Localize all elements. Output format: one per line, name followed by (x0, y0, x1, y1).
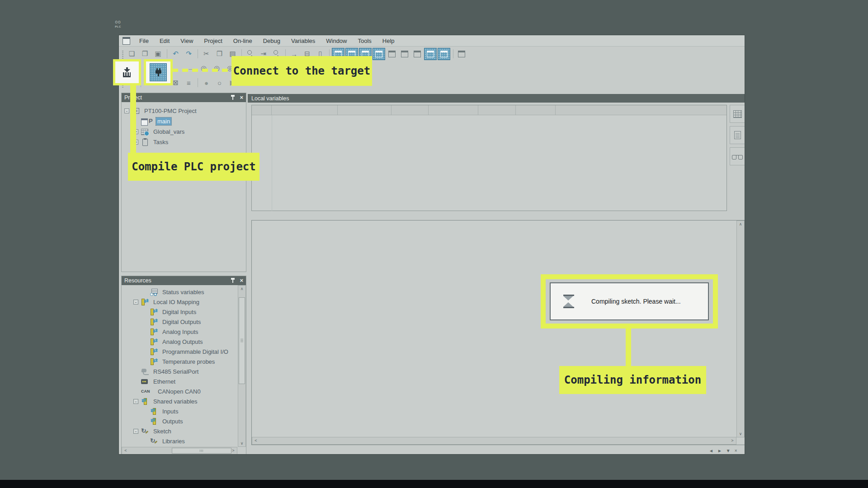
tree-label: Libraries (161, 437, 186, 445)
tree-item[interactable]: - Sketch (122, 426, 237, 436)
tree-item[interactable]: Outputs (122, 416, 237, 426)
toolbar-button[interactable]: ▣ (152, 48, 164, 60)
toolbar-button[interactable]: ◎ (211, 63, 223, 74)
scroll-right-icon[interactable]: > (230, 447, 237, 454)
grid-body[interactable] (252, 115, 726, 211)
scrollbar-thumb[interactable] (239, 297, 245, 384)
tree-item[interactable]: + Global_vars (122, 127, 246, 137)
menu-item[interactable]: Variables (286, 36, 321, 46)
editor-horizontal-scrollbar[interactable]: < > (252, 437, 736, 445)
scroll-left-icon[interactable]: < (122, 447, 129, 454)
tree-expander[interactable]: - (133, 300, 138, 305)
toolbar-button[interactable] (411, 48, 423, 60)
scroll-down-icon[interactable]: ∨ (737, 431, 744, 437)
pin-icon[interactable] (231, 95, 235, 100)
view-button[interactable] (730, 105, 745, 123)
column-header[interactable] (429, 105, 478, 115)
menu-item[interactable]: Edit (154, 36, 175, 46)
tab-next-icon[interactable]: ► (717, 448, 722, 453)
menu-item[interactable]: Window (321, 36, 352, 46)
toolbar-button[interactable] (399, 48, 410, 60)
editor-vertical-scrollbar[interactable]: ∧ ∨ (736, 221, 745, 437)
tree-item[interactable]: Temperature probes (122, 357, 237, 366)
menu-item[interactable]: File (134, 36, 154, 46)
toolbar-button[interactable]: ❒ (213, 48, 226, 60)
toolbar-button[interactable]: ✂ (200, 48, 212, 60)
view-button[interactable] (730, 147, 745, 165)
tree-item[interactable]: RS485 SerialPort (122, 366, 237, 376)
tree-expander[interactable]: - (124, 108, 129, 113)
tree-item[interactable]: Digital Outputs (122, 317, 237, 327)
toolbar-button[interactable] (456, 48, 467, 60)
column-header[interactable] (556, 105, 726, 115)
resources-horizontal-scrollbar[interactable]: < > (122, 447, 237, 454)
project-panel: Project × - PT100-PMC Project main + (121, 93, 246, 272)
tree-item[interactable]: Analog Outputs (122, 337, 237, 347)
tab-prev-icon[interactable]: ◄ (709, 448, 713, 453)
column-header[interactable] (338, 105, 392, 115)
tree-item[interactable]: Ethernet (122, 376, 237, 386)
column-header[interactable] (516, 105, 556, 115)
scroll-up-icon[interactable]: ∧ (238, 286, 245, 292)
menu-item[interactable]: Tools (353, 36, 377, 46)
toolbar-button[interactable] (196, 77, 199, 89)
toolbar-button[interactable] (373, 48, 385, 60)
toolbar-button[interactable]: ○ (213, 77, 226, 89)
menu-item[interactable]: Project (198, 36, 227, 46)
tree-item[interactable]: Digital Inputs (122, 307, 237, 317)
tree-expander[interactable]: - (133, 399, 138, 404)
tree-item[interactable]: CANopen CAN0 (122, 386, 237, 396)
column-header[interactable] (272, 105, 338, 115)
column-header[interactable] (252, 105, 272, 115)
tree-item[interactable]: Libraries (122, 436, 237, 446)
code-editor[interactable]: ∧ ∨ < > (251, 220, 745, 445)
close-icon[interactable]: × (240, 95, 243, 100)
view-icon (734, 131, 741, 139)
panel-title: Resources (124, 277, 231, 284)
scroll-down-icon[interactable]: ∨ (238, 440, 245, 446)
toolbar-button[interactable]: – (184, 63, 197, 74)
tree-item[interactable]: Programmable Digital I/O (122, 347, 237, 357)
compile-button[interactable] (113, 59, 141, 85)
menu-item[interactable]: View (175, 36, 198, 46)
pin-icon[interactable] (231, 278, 235, 283)
tree-item[interactable]: Analog Inputs (122, 327, 237, 337)
tree-item[interactable]: Inputs (122, 406, 237, 416)
toolbar-button[interactable] (386, 48, 398, 60)
toolbar-button[interactable] (424, 48, 437, 60)
scroll-up-icon[interactable]: ∧ (737, 221, 744, 227)
menu-item[interactable]: Help (377, 36, 400, 46)
tree-item[interactable]: - Local IO Mapping (122, 297, 237, 307)
tree-item[interactable]: - Shared variables (122, 396, 237, 406)
tab-close-icon[interactable]: × (735, 448, 737, 453)
close-icon[interactable]: × (240, 278, 243, 283)
toolbar-button[interactable]: ● (200, 77, 212, 89)
scroll-left-icon[interactable]: < (252, 437, 259, 444)
toolbar-button[interactable] (196, 48, 199, 60)
toolbar-button[interactable]: ↶ (170, 48, 182, 60)
toolbar-button[interactable]: ❏ (126, 48, 138, 60)
resources-vertical-scrollbar[interactable]: ∧ ∨ (238, 285, 246, 447)
tree-expander[interactable]: - (133, 429, 138, 434)
tree-item[interactable]: + Tasks (122, 137, 246, 147)
scroll-right-icon[interactable]: > (729, 437, 736, 444)
tree-item[interactable]: Status variables (122, 287, 237, 297)
toolbar-button[interactable]: ↷ (183, 48, 195, 60)
column-header[interactable] (478, 105, 516, 115)
column-header[interactable] (392, 105, 429, 115)
tree-item[interactable]: main (122, 116, 246, 127)
menu-item[interactable]: On-line (228, 36, 258, 46)
tab-list-icon[interactable]: ▼ (726, 448, 731, 453)
toolbar-button[interactable] (121, 49, 125, 59)
connect-button[interactable] (144, 59, 173, 85)
toolbar-button[interactable] (438, 48, 450, 60)
toolbar-button[interactable]: ◎ (198, 63, 210, 74)
toolbar-button[interactable] (451, 48, 455, 60)
tree-item[interactable]: - PT100-PMC Project (122, 106, 246, 116)
view-button[interactable] (730, 126, 745, 144)
toolbar-button[interactable]: ❐ (139, 48, 151, 60)
scrollbar-thumb[interactable] (172, 448, 231, 454)
toolbar-button[interactable] (165, 48, 169, 60)
menu-item[interactable]: Debug (258, 36, 286, 46)
toolbar-button[interactable]: ≡ (183, 77, 195, 89)
